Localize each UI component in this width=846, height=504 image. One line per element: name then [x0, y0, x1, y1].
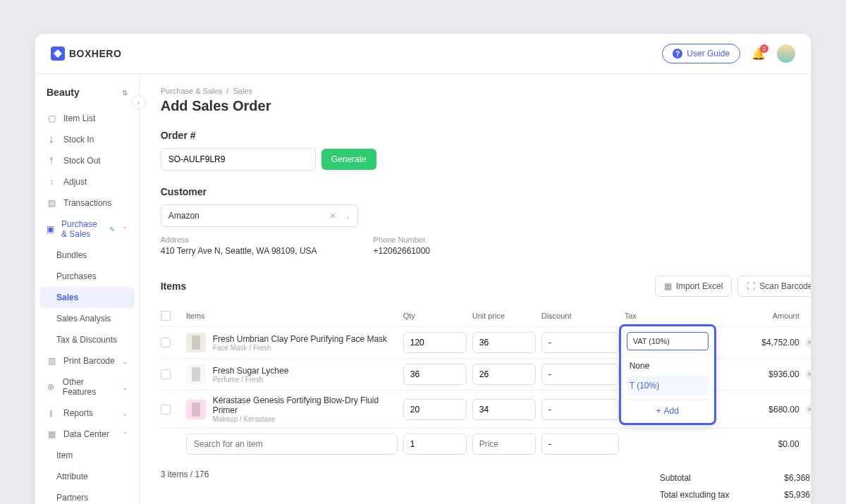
customer-info: Address 410 Terry Ave N, Seattle, WA 981… [161, 235, 811, 256]
price-input[interactable] [472, 399, 536, 420]
sidebar-item-attribute[interactable]: Attribute [39, 466, 135, 487]
import-excel-button[interactable]: ▦Import Excel [655, 276, 732, 297]
sidebar-item-sales[interactable]: Sales [39, 287, 135, 308]
col-tax: Tax [625, 312, 730, 320]
tax-option-vat[interactable]: T (10%) [627, 376, 709, 395]
sidebar-item-purchases[interactable]: Purchases [39, 266, 135, 287]
sidebar-item-stock-out[interactable]: ⭱Stock Out [39, 150, 135, 171]
subtotal-label: Subtotal [660, 473, 691, 483]
item-name: Fresh Umbrian Clay Pore Purifying Face M… [213, 334, 387, 344]
price-input[interactable] [472, 332, 536, 353]
collapse-sidebar-button[interactable]: ‹ [132, 95, 146, 109]
table-header: Items Qty Unit price Discount Tax Amount [161, 305, 811, 326]
topbar: BOXHERO ? User Guide 🔔0 [35, 34, 811, 74]
order-label: Order # [161, 130, 811, 141]
item-meta: Perfume / Fresh [213, 376, 289, 383]
sidebar: ‹ Beauty ⇅ ▢Item List ⭳Stock In ⭱Stock O… [35, 74, 140, 504]
discount-input[interactable] [541, 399, 619, 420]
sidebar-item-data-center[interactable]: ▦Data Center⌃ [39, 424, 135, 445]
logo-text: BOXHERO [69, 48, 121, 59]
sidebar-item-reports[interactable]: ⫿Reports⌄ [39, 402, 135, 424]
tax-add-button[interactable]: +Add [627, 400, 709, 417]
sidebar-item-print-barcode[interactable]: ▥Print Barcode⌄ [39, 350, 135, 371]
sidebar-item-tax-discounts[interactable]: Tax & Discounts [39, 329, 135, 350]
discount-input[interactable] [541, 434, 619, 455]
receipt-icon: ▣ [47, 224, 54, 234]
order-number-input[interactable] [161, 148, 316, 171]
sidebar-item-item[interactable]: Item [39, 445, 135, 466]
discount-input[interactable] [541, 364, 619, 385]
subtotal-value: $6,368.00 [784, 473, 811, 483]
download-icon: ⭳ [47, 135, 56, 145]
qty-input[interactable] [403, 399, 467, 420]
generate-button[interactable]: Generate [321, 149, 376, 170]
sidebar-item-sales-analysis[interactable]: Sales Analysis [39, 308, 135, 329]
breadcrumb-link[interactable]: Sales [233, 87, 252, 95]
table-row: Fresh Umbrian Clay Pore Purifying Face M… [161, 326, 811, 358]
user-guide-label: User Guide [687, 49, 730, 59]
qty-input[interactable] [403, 332, 467, 353]
discount-input[interactable] [541, 332, 619, 353]
scan-barcode-button[interactable]: ⛶Scan Barcode [737, 276, 811, 297]
breadcrumb-link[interactable]: Purchase & Sales [161, 87, 222, 95]
item-count: 3 items / 176 [161, 469, 209, 479]
help-icon: ? [673, 49, 682, 59]
qty-input[interactable] [403, 434, 467, 455]
price-input[interactable] [472, 434, 536, 455]
chevron-down-icon: ⌄ [345, 212, 350, 220]
item-meta: Makeup / Kérastase [213, 415, 398, 423]
amount-value: $936.00 [736, 369, 799, 379]
excl-value: $5,936.00 [784, 490, 811, 500]
sidebar-item-purchase-sales[interactable]: ▣Purchase & Sales✎⌃ [39, 214, 135, 245]
sidebar-item-adjust[interactable]: ↕Adjust [39, 171, 135, 192]
select-all-checkbox[interactable] [161, 311, 171, 321]
user-guide-button[interactable]: ? User Guide [662, 44, 740, 63]
customer-select[interactable]: Amazon ✕ ⌄ [161, 204, 358, 227]
content: Purchase & Sales / Sales Add Sales Order… [140, 74, 811, 504]
search-item-input[interactable] [186, 434, 398, 455]
amount-value: $4,752.00 [736, 338, 799, 348]
item-name: Kérastase Genesis Fortifying Blow-Dry Fl… [213, 395, 398, 415]
qty-input[interactable] [403, 364, 467, 385]
chevron-down-icon: ⌄ [122, 383, 128, 391]
database-icon: ▦ [47, 429, 56, 439]
adjust-icon: ↕ [47, 177, 56, 187]
sidebar-item-other-features[interactable]: ⊕Other Features⌄ [39, 371, 135, 402]
price-input[interactable] [472, 364, 536, 385]
tax-option-none[interactable]: None [627, 356, 709, 376]
layout: ‹ Beauty ⇅ ▢Item List ⭳Stock In ⭱Stock O… [35, 74, 811, 504]
delete-row-button[interactable]: ✕ [805, 369, 811, 379]
customer-label: Customer [161, 186, 811, 197]
avatar[interactable] [777, 44, 795, 63]
sidebar-item-bundles[interactable]: Bundles [39, 245, 135, 266]
tax-input[interactable] [627, 332, 709, 350]
notification-bell-icon[interactable]: 🔔0 [752, 47, 766, 61]
team-toggle-icon: ⇅ [122, 89, 128, 97]
phone-value: +12062661000 [374, 246, 430, 256]
amount-value: $680.00 [736, 405, 799, 414]
team-selector[interactable]: Beauty ⇅ [39, 84, 135, 108]
app-window: BOXHERO ? User Guide 🔔0 ‹ Beauty ⇅ ▢Item… [35, 34, 811, 504]
items-heading: Items [161, 281, 187, 292]
breadcrumb: Purchase & Sales / Sales [161, 87, 811, 95]
col-qty: Qty [403, 312, 467, 320]
row-checkbox[interactable] [161, 405, 171, 414]
sidebar-item-stock-in[interactable]: ⭳Stock In [39, 129, 135, 150]
box-icon: ▢ [47, 113, 56, 123]
excl-label: Total excluding tax [660, 490, 730, 500]
sidebar-item-partners[interactable]: Partners [39, 487, 135, 504]
row-checkbox[interactable] [161, 338, 171, 348]
delete-row-button[interactable]: ✕ [805, 338, 811, 348]
sidebar-item-item-list[interactable]: ▢Item List [39, 108, 135, 129]
sidebar-item-transactions[interactable]: ▤Transactions [39, 192, 135, 214]
tax-dropdown: None T (10%) +Add [619, 324, 716, 425]
barcode-icon: ▥ [47, 356, 56, 366]
row-checkbox[interactable] [161, 369, 171, 379]
logo-icon [51, 47, 65, 61]
logo[interactable]: BOXHERO [51, 47, 121, 61]
clear-icon[interactable]: ✕ [329, 211, 336, 221]
chevron-up-icon: ⌃ [122, 226, 128, 233]
plus-icon: + [656, 406, 661, 416]
delete-row-button[interactable]: ✕ [805, 405, 811, 414]
page-title: Add Sales Order [161, 98, 811, 114]
